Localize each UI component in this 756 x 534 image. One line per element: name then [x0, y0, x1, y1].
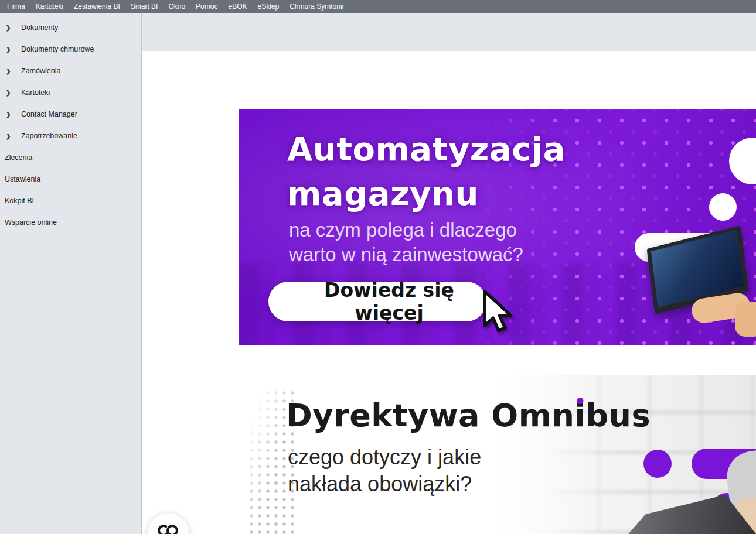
menu-item-chmura-symfonii[interactable]: Chmura Symfonii — [284, 0, 349, 13]
sidebar-item-wsparcie-online[interactable]: Wsparcie online — [0, 211, 141, 233]
link-icon — [156, 523, 180, 534]
sidebar-item-label: Ustawienia — [5, 175, 40, 183]
sidebar-item-label: Dokumenty — [21, 23, 58, 32]
chevron-right-icon — [6, 132, 21, 140]
banner-title-accent-i: i — [574, 397, 585, 434]
menu-item-okno[interactable]: Okno — [163, 0, 190, 13]
banner-subtitle-line2: warto w nią zainwestować? — [289, 242, 523, 267]
banner-subtitle-line1: na czym polega i dlaczego — [289, 218, 523, 242]
banner-title-post: bus — [585, 397, 651, 434]
learn-more-label: Dowiedz się więcej — [292, 279, 486, 324]
menu-item-smart-bi[interactable]: Smart BI — [125, 0, 164, 13]
menu-item-ebok[interactable]: eBOK — [223, 0, 252, 13]
sidebar-item-zlecenia[interactable]: Zlecenia — [0, 146, 141, 168]
banner-subtitle: czego dotyczy i jakie nakłada obowiązki? — [288, 444, 481, 498]
sidebar-item-label: Contact Manager — [21, 110, 77, 118]
sidebar-item-label: Zamówienia — [21, 67, 60, 75]
banner-title-line2: magazynu — [287, 172, 566, 216]
menu-item-firma[interactable]: Firma — [2, 0, 30, 13]
menu-item-esklep[interactable]: eSklep — [252, 0, 284, 13]
sidebar-item-zam-wienia[interactable]: Zamówienia — [0, 60, 141, 81]
chevron-right-icon — [6, 45, 21, 53]
sidebar-item-dokumenty-chmurowe[interactable]: Dokumenty chmurowe — [0, 38, 141, 60]
sidebar-item-dokumenty[interactable]: Dokumenty — [0, 16, 141, 38]
banner-subtitle-line1: czego dotyczy i jakie — [288, 444, 481, 471]
banner-title-pre: Dyrektywa Omn — [286, 397, 574, 434]
banner-title: Dyrektywa Omnibus — [286, 397, 651, 434]
sidebar-item-contact-manager[interactable]: Contact Manager — [0, 103, 141, 125]
sidebar-item-ustawienia[interactable]: Ustawienia — [0, 168, 141, 190]
banner-title: Automatyzacja magazynu — [287, 127, 566, 216]
sidebar-item-label: Zlecenia — [5, 153, 32, 162]
menubar: FirmaKartotekiZestawienia BISmart BIOkno… — [0, 0, 756, 13]
banner-automatyzacja[interactable]: Automatyzacja magazynu na czym polega i … — [239, 109, 756, 345]
banner-dyrektywa-omnibus[interactable]: Dyrektywa Omnibus czego dotyczy i jakie … — [239, 375, 756, 534]
banner-title-line1: Automatyzacja — [287, 127, 566, 172]
sidebar-item-zapotrzebowanie[interactable]: Zapotrzebowanie — [0, 125, 141, 146]
sidebar-item-label: Kartoteki — [21, 88, 50, 97]
banner-subtitle-line2: nakłada obowiązki? — [288, 471, 481, 498]
chevron-right-icon — [6, 110, 21, 118]
banner-subtitle: na czym polega i dlaczego warto w nią za… — [289, 218, 523, 267]
sidebar-item-kokpit-bi[interactable]: Kokpit BI — [0, 190, 141, 211]
sidebar-item-label: Kokpit BI — [5, 197, 34, 205]
learn-more-button[interactable]: Dowiedz się więcej — [268, 282, 486, 321]
chevron-right-icon — [6, 67, 21, 75]
arm-image — [735, 302, 756, 337]
purple-circle-decoration — [643, 450, 672, 478]
main-top-strip — [142, 13, 756, 51]
menu-item-zestawienia-bi[interactable]: Zestawienia BI — [69, 0, 125, 13]
sidebar-item-label: Zapotrzebowanie — [21, 132, 77, 140]
sidebar-item-label: Wsparcie online — [5, 218, 57, 227]
chevron-right-icon — [6, 88, 21, 97]
sidebar: DokumentyDokumenty chmuroweZamówieniaKar… — [0, 13, 142, 534]
sidebar-item-label: Dokumenty chmurowe — [21, 45, 94, 53]
cursor-icon — [478, 290, 516, 333]
chevron-right-icon — [6, 23, 21, 32]
menu-item-kartoteki[interactable]: Kartoteki — [30, 0, 69, 13]
sidebar-item-kartoteki[interactable]: Kartoteki — [0, 81, 141, 103]
menu-item-pomoc[interactable]: Pomoc — [190, 0, 223, 13]
white-circle-decoration — [709, 193, 737, 221]
